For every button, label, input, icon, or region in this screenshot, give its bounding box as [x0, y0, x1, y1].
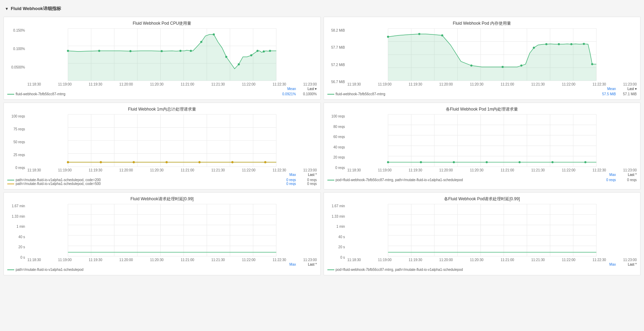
- collapse-arrow: ▼: [5, 7, 9, 11]
- chart-legend: pod=fluid-webhook-7bfb56cc87-mtrrg, path…: [327, 178, 637, 182]
- x-label: 11:21:00: [501, 82, 514, 86]
- x-label: 11:20:30: [470, 168, 484, 172]
- stat-header-1[interactable]: Max: [275, 173, 296, 177]
- x-label: 11:21:30: [531, 82, 545, 86]
- svg-point-15: [98, 50, 100, 52]
- legend-row: path=/mutate-fluid-io-v1alpha1-schedulep…: [7, 268, 317, 272]
- chart-title: 各Fluid Webhook Pod请求处理时延[0.99]: [327, 196, 637, 202]
- chart-title: Fluid Webhook 1m内总计处理请求量: [7, 106, 317, 112]
- stat-header-2[interactable]: Last *: [300, 263, 317, 266]
- stat-header-2[interactable]: Last *: [300, 173, 317, 177]
- chart-title: 各Fluid Webhook Pod 1m内处理请求量: [327, 106, 637, 112]
- stat-header-1[interactable]: Max: [595, 173, 616, 177]
- stat-header-1[interactable]: Max: [275, 263, 296, 266]
- x-label: 11:21:30: [211, 168, 225, 172]
- x-label: 11:18:30: [348, 168, 361, 172]
- legend-left: fluid-webhook-7bfb56cc87-mtrrg: [7, 92, 65, 96]
- stat-headers: Mean Last ▾: [7, 87, 317, 91]
- x-label: 11:21:00: [181, 82, 194, 86]
- svg-point-25: [257, 50, 259, 52]
- svg-point-17: [161, 50, 163, 52]
- chart-panel-per-pod-latency: 各Fluid Webhook Pod请求处理时延[0.99] 1.67 min1…: [324, 192, 641, 275]
- x-label: 11:22:30: [273, 168, 286, 172]
- section-header[interactable]: ▼ Fluid Webhook详细指标: [3, 3, 641, 14]
- x-label: 11:23:00: [623, 168, 637, 172]
- svg-point-21: [213, 33, 215, 35]
- svg-point-102: [453, 161, 455, 163]
- svg-point-52: [570, 43, 572, 45]
- x-label: 11:20:30: [470, 258, 484, 262]
- x-label: 11:20:00: [119, 82, 133, 86]
- svg-point-14: [67, 50, 69, 52]
- chart-inner: 58.2 MiB57.7 MiB57.2 MiB56.7 MiB 11:18:3…: [327, 29, 637, 91]
- x-axis-labels: 11:18:3011:19:0011:19:3011:20:0011:20:30…: [27, 258, 317, 262]
- chart-svg-container: [348, 29, 637, 82]
- chart-panel-cpu-usage: Fluid Webhook Pod CPU使用量 0.150%0.100%0.0…: [3, 17, 321, 100]
- chart-svg: [348, 29, 637, 81]
- legend-stat2: 57.1 MiB: [619, 92, 637, 96]
- stat-header-1[interactable]: Max: [595, 263, 616, 266]
- legend-row: pod=fluid-webhook-7bfb56cc87-mtrrg, path…: [327, 178, 637, 182]
- chart-panel-total-requests: Fluid Webhook 1m内总计处理请求量 100 reqs75 reqs…: [3, 103, 321, 189]
- chart-area: 1.67 min1.33 min1 min40 s20 s0 s 11:18:3…: [327, 204, 637, 266]
- chart-svg: [27, 29, 317, 81]
- stat-header-2[interactable]: Last ▾: [619, 87, 637, 91]
- legend-stat1: 0.0921%: [275, 92, 296, 96]
- svg-point-78: [100, 161, 102, 163]
- x-label: 11:21:00: [181, 168, 194, 172]
- legend-line-color: [327, 269, 334, 270]
- x-label: 11:18:30: [348, 82, 361, 86]
- y-axis: 1.67 min1.33 min1 min40 s20 s0 s: [7, 204, 26, 259]
- x-label: 11:21:00: [501, 168, 514, 172]
- stat-headers: Max Last *: [327, 173, 637, 177]
- svg-point-23: [238, 63, 240, 65]
- svg-point-105: [551, 161, 553, 163]
- svg-point-47: [501, 66, 503, 68]
- x-axis-labels: 11:18:3011:19:0011:19:3011:20:0011:20:30…: [27, 168, 317, 172]
- chart-area: 1.67 min1.33 min1 min40 s20 s0 s 11:18:3…: [7, 204, 317, 266]
- svg-point-103: [485, 161, 487, 163]
- stat-headers: Mean Last ▾: [327, 87, 637, 91]
- stat-header-2[interactable]: Last ▾: [300, 87, 317, 91]
- stat-headers: Max Last *: [327, 263, 637, 266]
- legend-stat1: 0 reqs: [275, 178, 296, 182]
- x-label: 11:23:00: [303, 168, 317, 172]
- svg-point-27: [269, 50, 271, 52]
- legend-left: pod=fluid-webhook-7bfb56cc87-mtrrg, path…: [327, 268, 463, 272]
- chart-inner: 0.150%0.100%0.0500% 11:18:3011:19:0011:1…: [7, 29, 317, 91]
- stat-header-2[interactable]: Last *: [619, 263, 637, 266]
- stat-headers: Max Last *: [7, 173, 317, 177]
- legend-row: path=/mutate-fluid-io-v1alpha1-schedulep…: [7, 182, 317, 186]
- chart-title: Fluid Webhook Pod 内存使用量: [327, 21, 637, 26]
- legend-series-name: path=/mutate-fluid-io-v1alpha1-schedulep…: [16, 178, 101, 182]
- y-axis: 100 reqs75 reqs50 reqs25 reqs0 reqs: [7, 114, 26, 170]
- legend-left: path=/mutate-fluid-io-v1alpha1-schedulep…: [7, 182, 101, 186]
- svg-point-45: [441, 34, 443, 37]
- legend-stat2: 0.1000%: [300, 92, 317, 96]
- legend-left: pod=fluid-webhook-7bfb56cc87-mtrrg, path…: [327, 178, 463, 182]
- chart-title: Fluid Webhook请求处理时延[0.99]: [7, 196, 317, 202]
- x-axis-labels: 11:18:3011:19:0011:19:3011:20:0011:20:30…: [348, 258, 637, 262]
- chart-panel-mem-usage: Fluid Webhook Pod 内存使用量 58.2 MiB57.7 MiB…: [324, 17, 641, 100]
- svg-point-43: [387, 36, 389, 38]
- chart-svg: [348, 114, 637, 167]
- stat-header-1[interactable]: Mean: [275, 87, 296, 91]
- y-axis: 0.150%0.100%0.0500%: [7, 29, 26, 84]
- legend-series-name: fluid-webhook-7bfb56cc87-mtrrg: [16, 92, 65, 96]
- legend-left: fluid-webhook-7bfb56cc87-mtrrg: [327, 92, 385, 96]
- section-title: Fluid Webhook详细指标: [11, 6, 61, 12]
- chart-area: 100 reqs75 reqs50 reqs25 reqs0 reqs 11:1…: [7, 114, 317, 177]
- stat-header-1[interactable]: Mean: [595, 87, 616, 91]
- chart-legend: path=/mutate-fluid-io-v1alpha1-schedulep…: [7, 178, 317, 186]
- legend-row: fluid-webhook-7bfb56cc87-mtrrg 57.5 MiB …: [327, 92, 637, 96]
- svg-point-48: [520, 65, 522, 67]
- svg-point-79: [133, 161, 135, 163]
- x-label: 11:22:00: [242, 258, 256, 262]
- legend-line-color: [327, 94, 334, 95]
- legend-row: fluid-webhook-7bfb56cc87-mtrrg 0.0921% 0…: [7, 92, 317, 96]
- legend-stat2: 0 reqs: [619, 178, 637, 182]
- svg-point-44: [418, 33, 420, 35]
- stat-header-2[interactable]: Last *: [619, 173, 637, 177]
- x-label: 11:21:30: [531, 168, 545, 172]
- x-label: 11:19:00: [58, 258, 72, 262]
